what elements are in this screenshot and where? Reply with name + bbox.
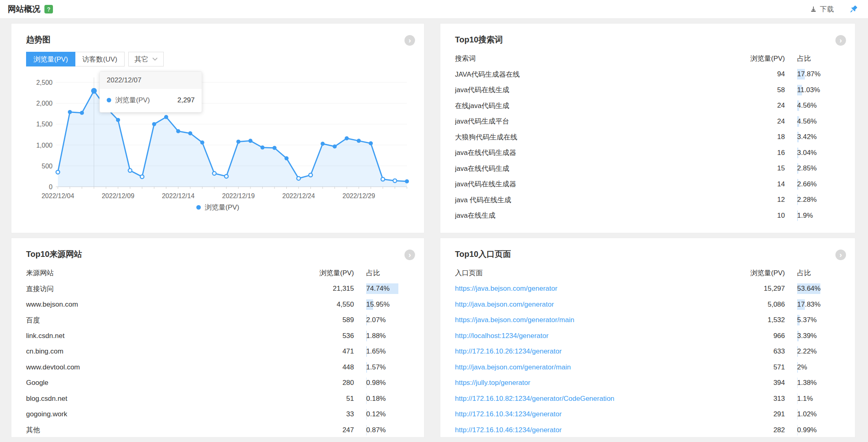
svg-text:2022/12/14: 2022/12/14 xyxy=(162,192,194,199)
row-pv-value: 966 xyxy=(724,332,785,340)
row-ratio: 11.03% xyxy=(797,86,840,94)
panel-expand-button[interactable]: › xyxy=(835,35,846,46)
table-row: java在线生成 10 1.9% xyxy=(455,208,840,224)
table-body: JAVA代码生成器在线 94 17.87% java代码在线生成 58 11.0… xyxy=(455,66,840,223)
row-label: java代码在线生成 xyxy=(455,85,724,95)
ratio-text: 1.38% xyxy=(797,379,817,387)
table-row: 直接访问 21,315 74.74% xyxy=(26,281,409,297)
panel-referrers-title: Top10来源网站 xyxy=(26,249,409,260)
table-row: http://172.16.10.46:1234/generator 282 0… xyxy=(455,422,840,438)
tab-uv[interactable]: 访客数(UV) xyxy=(75,52,125,66)
table-row: java代码在线生成器 14 2.66% xyxy=(455,177,840,192)
svg-text:2022/12/29: 2022/12/29 xyxy=(343,192,375,199)
table-row: java在线代码生成器 16 3.04% xyxy=(455,145,840,161)
row-ratio: 0.87% xyxy=(366,426,409,434)
download-button[interactable]: 下载 xyxy=(810,4,834,14)
row-pv-value: 16 xyxy=(724,149,785,157)
row-ratio: 4.56% xyxy=(797,102,840,110)
table-body: 直接访问 21,315 74.74% www.bejson.com 4,550 … xyxy=(26,281,409,438)
row-pv-value: 5,086 xyxy=(724,301,785,309)
entry-page-link[interactable]: http://java.bejson.com/generator/main xyxy=(455,363,724,371)
row-pv-value: 18 xyxy=(724,133,785,141)
table-row: java代码在线生成 58 11.03% xyxy=(455,82,840,98)
row-ratio: 3.04% xyxy=(797,149,840,157)
pin-icon[interactable] xyxy=(848,4,858,14)
entry-page-link[interactable]: https://java.bejson.com/generator xyxy=(455,285,724,293)
trend-tabs: 浏览量(PV) 访客数(UV) 其它 xyxy=(26,52,409,66)
entry-page-link[interactable]: http://172.16.10.26:1234/generator xyxy=(455,347,724,356)
row-pv-value: 571 xyxy=(724,363,785,371)
ratio-text: 4.56% xyxy=(797,102,817,109)
ratio-text: 3.04% xyxy=(797,149,817,157)
row-pv-value: 15 xyxy=(724,164,785,172)
table-row: 在线java代码生成 24 4.56% xyxy=(455,98,840,114)
panel-expand-button[interactable]: › xyxy=(404,35,415,46)
row-pv-value: 21,315 xyxy=(293,285,354,293)
row-pv-value: 24 xyxy=(724,102,785,110)
col-site: 来源网站 xyxy=(26,268,293,278)
help-icon[interactable]: ? xyxy=(44,5,53,13)
svg-text:0: 0 xyxy=(49,183,53,190)
row-pv-value: 471 xyxy=(293,347,354,356)
svg-text:1,000: 1,000 xyxy=(36,142,53,149)
ratio-text: 0.98% xyxy=(366,379,386,387)
chevron-right-icon: › xyxy=(409,251,411,259)
entry-page-link[interactable]: http://172.16.10.46:1234/generator xyxy=(455,426,724,434)
entry-page-link[interactable]: https://java.bejson.com/generator/main xyxy=(455,316,724,324)
entry-page-link[interactable]: http://172.16.10.82:1234/generator/CodeG… xyxy=(455,395,724,403)
panel-expand-button[interactable]: › xyxy=(404,250,415,260)
row-ratio: 2.66% xyxy=(797,180,840,188)
row-pv-value: 291 xyxy=(724,410,785,418)
row-ratio: 74.74% xyxy=(366,285,409,293)
entry-page-link[interactable]: http://172.16.10.34:1234/generator xyxy=(455,410,724,418)
ratio-text: 1.1% xyxy=(797,395,813,402)
table-row: www.devtool.com 448 1.57% xyxy=(26,360,409,376)
table-row: java代码生成平台 24 4.56% xyxy=(455,114,840,130)
tab-pv[interactable]: 浏览量(PV) xyxy=(26,52,75,66)
table-row: http://172.16.10.34:1234/generator 291 1… xyxy=(455,407,840,422)
entry-page-link[interactable]: http://java.bejson.com/generator xyxy=(455,301,724,309)
table-row: blog.csdn.net 51 0.18% xyxy=(26,391,409,407)
row-ratio: 17.87% xyxy=(797,70,840,78)
panel-expand-button[interactable]: › xyxy=(835,250,846,260)
table-row: java在线代码生成 15 2.85% xyxy=(455,161,840,177)
trend-chart[interactable]: 05001,0001,5002,0002,5002022/12/042022/1… xyxy=(26,72,409,201)
row-pv-value: 4,550 xyxy=(293,301,354,309)
table-body: https://java.bejson.com/generator 15,297… xyxy=(455,281,840,438)
table-row: cn.bing.com 471 1.65% xyxy=(26,344,409,360)
table-row: https://java.bejson.com/generator 15,297… xyxy=(455,281,840,297)
chevron-right-icon: › xyxy=(839,251,842,259)
ratio-text: 15.95% xyxy=(366,301,390,308)
ratio-text: 3.42% xyxy=(797,133,817,141)
ratio-text: 0.18% xyxy=(366,395,386,402)
row-pv-value: 247 xyxy=(293,426,354,434)
row-label: 直接访问 xyxy=(26,284,293,294)
row-label: gogoing.work xyxy=(26,410,293,418)
tab-other-dropdown[interactable]: 其它 xyxy=(128,52,164,66)
ratio-text: 1.57% xyxy=(366,363,386,371)
svg-text:1,500: 1,500 xyxy=(36,121,53,128)
row-pv-value: 313 xyxy=(724,395,785,403)
ratio-text: 1.9% xyxy=(797,212,813,219)
row-pv-value: 58 xyxy=(724,86,785,94)
table-row: http://java.bejson.com/generator/main 57… xyxy=(455,360,840,376)
chart-legend[interactable]: 浏览量(PV) xyxy=(26,203,409,212)
table-row: www.bejson.com 4,550 15.95% xyxy=(26,297,409,313)
panel-search-terms: Top10搜索词 › 搜索词 浏览量(PV) 占比 JAVA代码生成器在线 94… xyxy=(440,23,855,233)
table-row: 其他 247 0.87% xyxy=(26,422,409,438)
entry-page-link[interactable]: https://jully.top/generator xyxy=(455,379,724,387)
table-header: 来源网站 浏览量(PV) 占比 xyxy=(26,265,409,281)
entry-page-link[interactable]: http://localhost:1234/generator xyxy=(455,332,724,340)
table-row: https://java.bejson.com/generator/main 1… xyxy=(455,312,840,328)
panel-trend-title: 趋势图 xyxy=(26,34,409,45)
row-label: java代码生成平台 xyxy=(455,117,724,126)
row-pv-value: 394 xyxy=(724,379,785,387)
panel-search-terms-title: Top10搜索词 xyxy=(455,34,840,45)
row-pv-value: 14 xyxy=(724,180,785,188)
row-label: www.bejson.com xyxy=(26,301,293,309)
row-pv-value: 589 xyxy=(293,316,354,324)
ratio-text: 53.64% xyxy=(797,285,821,292)
row-ratio: 0.98% xyxy=(366,379,409,387)
row-ratio: 1.9% xyxy=(797,212,840,220)
row-pv-value: 12 xyxy=(724,196,785,204)
